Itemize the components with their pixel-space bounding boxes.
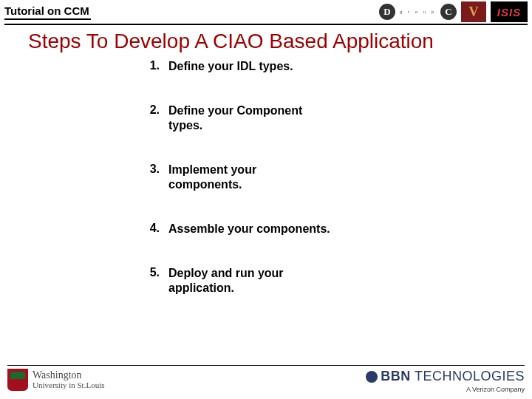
washu-text: Washington University in St.Louis xyxy=(33,370,104,389)
step-text: Define your IDL types. xyxy=(168,59,293,74)
step-number: 5. xyxy=(140,266,160,296)
step-text: Assemble your components. xyxy=(168,222,330,236)
doc-logo-letter-c: C xyxy=(440,4,457,20)
doc-logo-letter-d: D xyxy=(379,4,395,20)
list-item: 3. Implement your components. xyxy=(140,163,532,192)
top-logos: D g r o u p C V ISIS xyxy=(379,1,528,22)
bbn-rest: TECHNOLOGIES xyxy=(411,369,525,383)
step-text: Deploy and run your application. xyxy=(168,266,331,296)
bbn-name: BBN TECHNOLOGIES xyxy=(381,369,525,384)
vanderbilt-badge-icon: V xyxy=(461,1,486,22)
step-number: 1. xyxy=(140,59,160,74)
topbar: Tutorial on CCM D g r o u p C V ISIS xyxy=(0,0,532,22)
doc-title: Tutorial on CCM xyxy=(4,4,91,20)
bbn-row: BBN TECHNOLOGIES xyxy=(366,369,525,384)
footer-row: Washington University in St.Louis BBN TE… xyxy=(7,369,525,393)
doc-group-logo: D g r o u p C xyxy=(379,4,457,20)
washu-line1: Washington xyxy=(33,370,104,381)
isis-badge-icon: ISIS xyxy=(491,1,528,22)
doc-logo-sub: g r o u p xyxy=(400,10,436,14)
list-item: 1. Define your IDL types. xyxy=(140,59,532,74)
list-item: 5. Deploy and run your application. xyxy=(140,266,532,296)
washu-shield-icon xyxy=(7,369,28,391)
bbn-bold: BBN xyxy=(381,369,411,383)
step-number: 2. xyxy=(140,103,160,133)
bbn-bullet-icon xyxy=(366,371,378,383)
step-number: 4. xyxy=(140,222,160,236)
page-title: Steps To Develop A CIAO Based Applicatio… xyxy=(0,25,532,59)
washu-line2: University in St.Louis xyxy=(33,381,104,390)
step-text: Define your Component types. xyxy=(168,103,331,133)
steps-list: 1. Define your IDL types. 2. Define your… xyxy=(0,59,532,296)
list-item: 4. Assemble your components. xyxy=(140,222,532,236)
step-number: 3. xyxy=(140,163,160,192)
step-text: Implement your components. xyxy=(168,163,331,192)
bbn-logo: BBN TECHNOLOGIES A Verizon Company xyxy=(366,369,525,393)
washu-logo: Washington University in St.Louis xyxy=(7,369,104,391)
bbn-subtitle: A Verizon Company xyxy=(366,386,525,393)
list-item: 2. Define your Component types. xyxy=(140,103,532,133)
bottom-rule xyxy=(7,365,525,366)
slide: Tutorial on CCM D g r o u p C V ISIS Ste… xyxy=(0,0,532,399)
footer: Washington University in St.Louis BBN TE… xyxy=(0,365,532,393)
